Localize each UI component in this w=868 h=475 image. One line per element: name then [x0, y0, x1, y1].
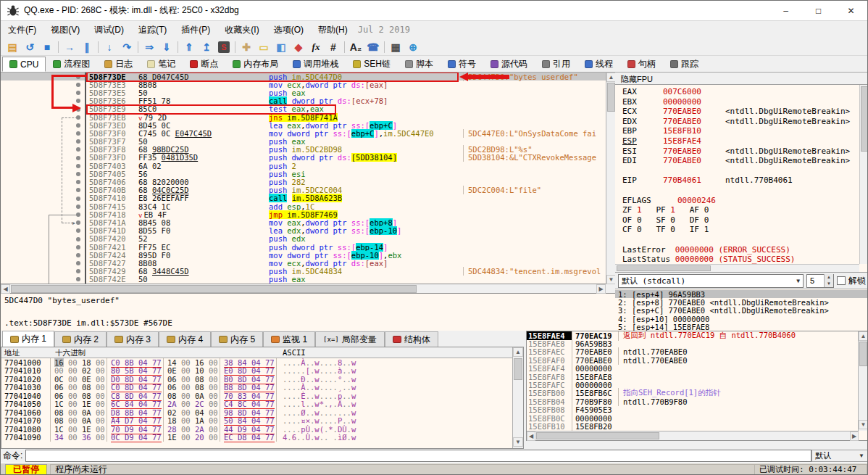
tab-引用[interactable]: 引用	[535, 57, 577, 72]
disasm-row[interactable]: 5D8F73F0C745 0C E047C45Dmov dword ptr ss…	[1, 129, 615, 137]
stack-vscrollbar[interactable]: ▲ ▼	[858, 331, 868, 431]
dump-row[interactable]: 7704101000 00 02 0080 5B 04 770E 00 10 0…	[1, 367, 512, 376]
disasm-hscrollbar[interactable]: ◀ ▶	[1, 284, 615, 294]
hide-fpu-button[interactable]: 隐藏FPU	[615, 73, 868, 85]
tab-内存 5[interactable]: 内存 5	[211, 331, 263, 347]
breakpoint-gutter[interactable]	[1, 186, 86, 194]
disasm-row[interactable]: 5D8F742052push edx	[1, 235, 615, 243]
register-line[interactable]: ESI770EABE0<ntdll.DbgUiRemoteBreakin>	[622, 146, 859, 157]
disasm-row[interactable]: 5D8F741583C4 1Cadd esp,1C	[1, 202, 615, 210]
breakpoint-gutter[interactable]	[1, 235, 86, 243]
argument-row[interactable]: 3: [esp+C] 770EABE0 <ntdll.DbgUiRemoteBr…	[615, 306, 868, 314]
register-line[interactable]	[622, 166, 859, 176]
patch-icon[interactable]: ✚	[238, 39, 255, 54]
breakpoint-gutter[interactable]	[1, 178, 86, 186]
minimize-button[interactable]: –	[769, 1, 802, 21]
hash-icon[interactable]: #	[325, 39, 342, 54]
breakpoint-gutter[interactable]	[1, 129, 86, 137]
maximize-button[interactable]: □	[802, 1, 835, 21]
register-line[interactable]: EDX770EABE0<ntdll.DbgUiRemoteBreakin>	[622, 117, 859, 127]
breakpoint-gutter[interactable]	[1, 202, 86, 210]
disasm-row[interactable]: 5D8F7421FF75 ECpush dword ptr ss:[ebp-14…	[1, 243, 615, 251]
tab-符号[interactable]: 符号	[441, 57, 483, 72]
register-line[interactable]: LastError 00000000 (ERROR_SUCCESS)	[622, 245, 859, 255]
register-line[interactable]: EIP770B4061ntdll.770B4061	[622, 175, 859, 186]
argument-count-stepper[interactable]: 5 ▲▼	[806, 274, 834, 288]
disasm-row[interactable]: 5D8F73EBv79 2Djns im.5D8F741A	[1, 113, 615, 121]
breakpoint-dot-icon[interactable]	[76, 205, 80, 209]
menu-item[interactable]: 追踪(T)	[131, 22, 174, 38]
tab-断点[interactable]: 断点	[183, 57, 225, 72]
breakpoint-dot-icon[interactable]	[76, 277, 80, 281]
run-to-user-code-icon[interactable]: ↥	[198, 39, 215, 54]
breakpoint-dot-icon[interactable]	[76, 188, 80, 192]
argument-row[interactable]: 1: [esp+4] 96A59BB3	[615, 290, 868, 298]
execute-till-return-icon[interactable]: ⇓	[158, 39, 175, 54]
dump-row[interactable]: 7704100016 00 18 00C0 8B 04 7714 00 16 0…	[1, 358, 512, 367]
dump-row[interactable]: 770410200C 00 0E 00D0 8D 04 7706 00 08 0…	[1, 375, 512, 384]
register-line[interactable]: ZF 1 PF 1 AF 0	[622, 205, 859, 215]
breakpoint-gutter[interactable]	[1, 73, 86, 80]
breakpoint-dot-icon[interactable]	[76, 237, 80, 241]
menu-item[interactable]: 视图(V)	[43, 22, 87, 38]
register-line[interactable]: EFLAGS00000246	[622, 196, 859, 206]
tab-调用堆栈[interactable]: 调用堆栈	[285, 57, 346, 72]
disasm-row[interactable]: 5D8F73E985C0test eax,eax	[1, 105, 615, 113]
tab-内存 3[interactable]: 内存 3	[107, 331, 159, 347]
disasm-row[interactable]: 5D8F740556push esi	[1, 170, 615, 178]
disasm-row[interactable]: 5D8F73F750push eax	[1, 138, 615, 146]
disasm-row[interactable]: 5D8F73F868 98BDC25Dpush im.5DC2BD985DC2B…	[1, 146, 615, 154]
tab-跟踪[interactable]: 跟踪	[663, 57, 706, 72]
calculator-icon[interactable]: ▦	[387, 39, 404, 54]
dump-row[interactable]: 770410501C 00 1E 006C 84 04 772A 00 2C 0…	[1, 400, 512, 409]
breakpoint-dot-icon[interactable]	[76, 269, 80, 273]
breakpoint-dot-icon[interactable]	[76, 99, 80, 103]
argument-row[interactable]: 4: [esp+10] 00000000	[615, 315, 868, 323]
menu-item[interactable]: 文件(F)	[1, 22, 43, 38]
tab-内存 2[interactable]: 内存 2	[54, 331, 107, 347]
breakpoint-gutter[interactable]	[1, 121, 86, 129]
disasm-row[interactable]: 5D8F7424895D F0mov dword ptr ss:[ebp-10]…	[1, 251, 615, 259]
stack-row[interactable]: 15E8FAF400000000	[527, 365, 859, 373]
menu-item[interactable]: 帮助(H)	[311, 22, 355, 38]
open-file-icon[interactable]: ▤	[4, 39, 21, 54]
pause-icon[interactable]: ∥	[78, 39, 96, 54]
stack-row[interactable]: 15E8FB0C00000000	[527, 414, 859, 422]
breakpoint-dot-icon[interactable]	[76, 91, 80, 95]
disasm-row[interactable]: 5D8F73FDFF35 0481D35Dpush dword ptr ds:[…	[1, 154, 615, 162]
tab-流程图[interactable]: 流程图	[46, 57, 97, 72]
register-line[interactable]: ESP15E8FAE4	[622, 136, 859, 146]
argument-row[interactable]: 2: [esp+8] 770EABE0 <ntdll.DbgUiRemoteBr…	[615, 298, 868, 306]
breakpoint-gutter[interactable]	[1, 194, 86, 202]
breakpoint-dot-icon[interactable]	[76, 253, 80, 257]
tab-结构体[interactable]: 结构体	[385, 331, 438, 347]
disasm-row[interactable]: 5D8F7418vEB 4Fjmp im.5D8F7469	[1, 210, 615, 218]
breakpoint-gutter[interactable]	[1, 243, 86, 251]
disasm-row[interactable]: 5D8F73E6FF51 78call dword ptr ds:[ecx+78…	[1, 97, 615, 105]
breakpoint-dot-icon[interactable]	[76, 245, 80, 249]
breakpoint-gutter[interactable]	[1, 276, 86, 284]
tab-笔记[interactable]: 笔记	[140, 57, 183, 72]
tab-局部变量[interactable]: [x=]局部变量	[315, 331, 385, 347]
functions-icon[interactable]: fx	[307, 39, 325, 54]
bookmarks-icon[interactable]: ◆	[290, 39, 307, 54]
tab-内存布局[interactable]: 内存布局	[225, 57, 285, 72]
calling-convention-select[interactable]: 默认 (stdcall)▼	[618, 274, 804, 288]
tab-监视 1[interactable]: 监视 1	[263, 331, 315, 347]
dump-vscrollbar[interactable]: ▲ ▼	[512, 347, 523, 448]
breakpoint-gutter[interactable]	[1, 154, 86, 162]
restart-icon[interactable]: ↺	[21, 39, 38, 54]
breakpoint-gutter[interactable]	[1, 138, 86, 146]
breakpoint-gutter[interactable]	[1, 88, 86, 96]
breakpoint-dot-icon[interactable]	[76, 228, 80, 233]
disasm-row[interactable]: 5D8F73E38B08mov ecx,dword ptr ds:[eax]	[1, 80, 615, 88]
tab-线程[interactable]: 线程	[577, 57, 620, 72]
stack-row[interactable]: 15E8FB08F45905E3	[527, 406, 859, 414]
register-line[interactable]: EAX007C6000	[622, 87, 859, 97]
breakpoint-dot-icon[interactable]	[76, 212, 80, 217]
breakpoint-gutter[interactable]	[1, 105, 86, 113]
stop-icon[interactable]: ■	[38, 39, 56, 54]
breakpoint-gutter[interactable]	[1, 268, 86, 276]
register-line[interactable]: OF 0 SF 0 DF 0	[622, 215, 859, 226]
breakpoint-dot-icon[interactable]	[76, 123, 80, 128]
